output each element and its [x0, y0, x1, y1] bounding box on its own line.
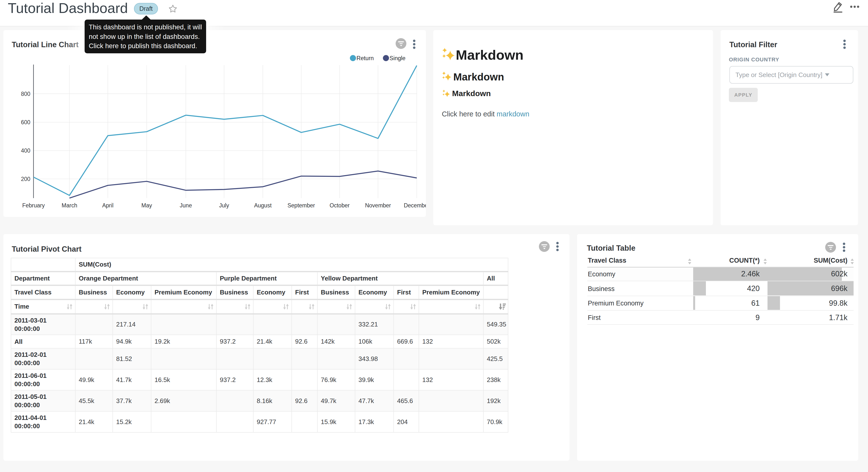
svg-text:July: July: [219, 202, 229, 209]
svg-text:February: February: [22, 202, 45, 209]
svg-text:April: April: [102, 202, 114, 209]
svg-text:June: June: [180, 202, 192, 209]
svg-text:December: December: [404, 202, 426, 209]
svg-text:800: 800: [21, 91, 30, 97]
svg-text:October: October: [330, 202, 350, 209]
svg-text:Return: Return: [356, 55, 374, 61]
svg-text:400: 400: [21, 147, 30, 154]
svg-text:Single: Single: [390, 55, 405, 61]
svg-text:November: November: [365, 202, 391, 209]
svg-text:March: March: [62, 202, 77, 209]
svg-text:August: August: [254, 202, 272, 209]
svg-text:September: September: [287, 202, 315, 209]
svg-text:May: May: [141, 202, 152, 209]
svg-text:600: 600: [21, 119, 30, 125]
svg-text:200: 200: [21, 176, 30, 182]
